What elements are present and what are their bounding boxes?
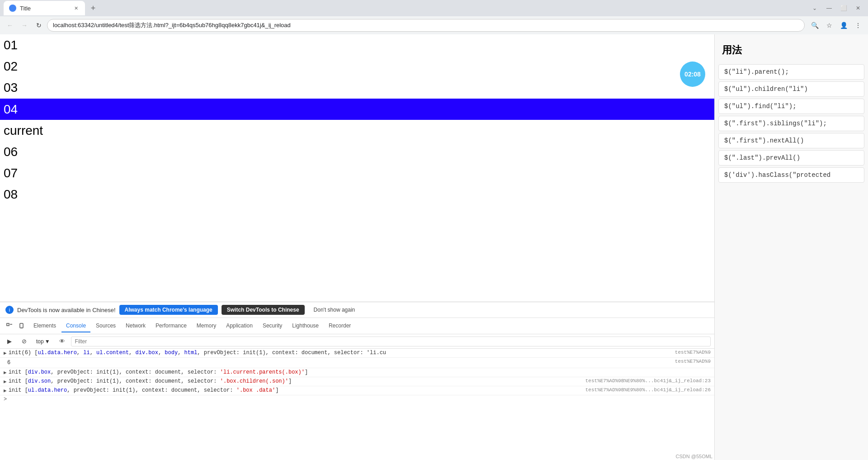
console-stop-btn[interactable]: ⊘ (18, 336, 30, 347)
tab-application[interactable]: Application (222, 320, 257, 332)
console-file-link[interactable]: test%E7%AD%9 (675, 359, 711, 364)
tab-security[interactable]: Security (258, 320, 287, 332)
svg-point-0 (10, 6, 15, 10)
console-eye-btn[interactable]: 👁 (57, 336, 68, 347)
sidebar-item-children[interactable]: $("ul").children("li") (718, 81, 864, 97)
page-content: 02:08 01 02 03 04 current 06 07 08 i Dev… (0, 34, 714, 460)
notification-bar: i DevTools is now available in Chinese! … (0, 302, 714, 318)
console-line: ▶ init [ul.data.hero, prevObject: init(1… (0, 386, 714, 395)
svg-rect-1 (7, 323, 9, 326)
watermark: CSDN @55OML (676, 454, 712, 459)
console-expand-arrow[interactable]: ▶ (4, 388, 7, 394)
maximize-btn[interactable]: ⬜ (837, 2, 850, 14)
devtools-toolbar: Elements Console Sources Network Perform… (0, 318, 714, 334)
url-bar[interactable]: localhost:63342/untitled4/test筛选方法.html?… (47, 19, 805, 32)
device-toolbar-btn[interactable] (16, 320, 28, 332)
dont-show-again-button[interactable]: Don't show again (308, 305, 361, 315)
sidebar-item-prevall[interactable]: $(".last").prevAll() (718, 150, 864, 166)
console-number: 6 (4, 359, 14, 367)
url-text: localhost:63342/untitled4/test筛选方法.html?… (53, 21, 799, 29)
tab-elements[interactable]: Elements (29, 320, 61, 332)
console-play-btn[interactable]: ▶ (4, 336, 15, 347)
toolbar-icons: 🔍 ☆ 👤 ⋮ (808, 19, 864, 32)
console-file-link[interactable]: test%E7%AD%9B%E9%80%...bc41j&_ij_reload:… (585, 387, 711, 393)
sidebar-title: 用法 (715, 38, 868, 62)
svg-rect-3 (20, 323, 23, 328)
console-line-text: init [div.box, prevObject: init(1), cont… (9, 369, 709, 375)
sidebar-item-siblings[interactable]: $(".first").siblings("li"); (718, 116, 864, 131)
console-expand-arrow[interactable]: ▶ (4, 379, 7, 384)
close-btn[interactable]: ✕ (852, 2, 864, 14)
window-controls: ⌄ — ⬜ ✕ (808, 2, 864, 14)
tab-console[interactable]: Console (61, 320, 90, 332)
tab-favicon (9, 5, 16, 12)
tab-network[interactable]: Network (121, 320, 150, 332)
console-line: ▶ init(6) [ul.data.hero, li, ul.content,… (0, 349, 714, 358)
number-01: 01 (0, 34, 714, 56)
back-button[interactable]: ← (4, 19, 16, 32)
sidebar-item-parent[interactable]: $("li").parent(); (718, 64, 864, 80)
filter-input[interactable] (71, 337, 711, 346)
tab-title: Title (20, 5, 69, 12)
console-line-text: init [ul.data.hero, prevObject: init(1),… (9, 387, 584, 394)
tab-lighthouse[interactable]: Lighthouse (288, 320, 323, 332)
sidebar-item-find[interactable]: $("ul").find("li"); (718, 99, 864, 114)
sidebar-item-nextall[interactable]: $(".first").nextAll() (718, 133, 864, 148)
tab-performance[interactable]: Performance (151, 320, 191, 332)
number-07: 07 (0, 162, 714, 184)
svg-rect-4 (21, 327, 22, 328)
search-icon[interactable]: 🔍 (808, 19, 821, 32)
timer-badge: 02:08 (680, 62, 705, 87)
console-expand-arrow[interactable]: ▶ (4, 370, 7, 375)
console-line: ▶ init [div.box, prevObject: init(1), co… (0, 368, 714, 377)
profile-icon[interactable]: 👤 (837, 19, 850, 32)
forward-button[interactable]: → (18, 19, 31, 32)
console-output[interactable]: ▶ init(6) [ul.data.hero, li, ul.content,… (0, 349, 714, 460)
browser-tab[interactable]: Title ✕ (4, 1, 85, 15)
devtools-panel: i DevTools is now available in Chinese! … (0, 302, 714, 460)
top-selector[interactable]: top ▼ (33, 337, 54, 346)
number-03: 03 (0, 77, 714, 98)
console-line: 6 test%E7%AD%9 (0, 358, 714, 368)
console-toolbar: ▶ ⊘ top ▼ 👁 (0, 334, 714, 349)
number-02: 02 (0, 56, 714, 77)
refresh-button[interactable]: ↻ (33, 19, 45, 32)
console-line-text: init [div.son, prevObject: init(1), cont… (9, 378, 584, 384)
number-08: 08 (0, 184, 714, 205)
tab-recorder[interactable]: Recorder (324, 320, 355, 332)
browser-chrome: Title ✕ + ⌄ — ⬜ ✕ ← → ↻ localhost:63342/… (0, 0, 868, 34)
console-line: ▶ init [div.son, prevObject: init(1), co… (0, 377, 714, 386)
console-expand-arrow[interactable]: ▶ (4, 350, 7, 356)
tab-sources[interactable]: Sources (91, 320, 120, 332)
bookmark-icon[interactable]: ☆ (823, 19, 835, 32)
number-04: 04 (0, 99, 714, 120)
tab-memory[interactable]: Memory (192, 320, 221, 332)
console-file-link[interactable]: test%E7%AD%9B%E9%80%...bc41j&_ij_reload:… (585, 378, 711, 384)
inspect-element-btn[interactable] (4, 320, 15, 332)
notification-text: DevTools is now available in Chinese! (17, 307, 116, 313)
number-current: current (0, 120, 714, 141)
always-match-button[interactable]: Always match Chrome's language (119, 305, 218, 315)
new-tab-button[interactable]: + (87, 2, 99, 14)
tabs-down-btn[interactable]: ⌄ (808, 2, 821, 14)
tab-bar: Title ✕ + ⌄ — ⬜ ✕ (0, 0, 868, 16)
main-area: 02:08 01 02 03 04 current 06 07 08 i Dev… (0, 34, 868, 460)
console-prompt[interactable]: > (0, 395, 714, 403)
console-line-text: init(6) [ul.data.hero, li, ul.content, d… (9, 350, 673, 356)
sidebar: 用法 $("li").parent(); $("ul").children("l… (714, 34, 868, 460)
tab-close-btn[interactable]: ✕ (72, 5, 80, 12)
console-file-link[interactable]: test%E7%AD%9 (675, 350, 711, 355)
notification-icon: i (5, 306, 14, 314)
sidebar-item-hasclass[interactable]: $('div').hasClass("protected (718, 167, 864, 183)
address-bar: ← → ↻ localhost:63342/untitled4/test筛选方法… (0, 16, 868, 34)
number-06: 06 (0, 141, 714, 162)
switch-devtools-button[interactable]: Switch DevTools to Chinese (222, 305, 305, 315)
more-icon[interactable]: ⋮ (852, 19, 864, 32)
minimize-btn[interactable]: — (823, 2, 835, 14)
